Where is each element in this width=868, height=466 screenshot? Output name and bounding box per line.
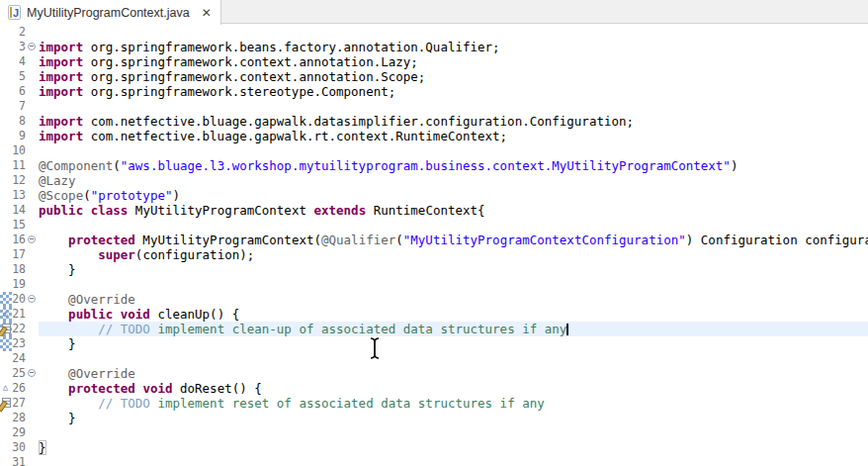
code-text[interactable]: } <box>39 262 868 277</box>
code-line[interactable]: 8import com.netfective.bluage.gapwalk.da… <box>0 114 868 129</box>
code-line[interactable]: 20 @Override <box>0 292 868 307</box>
code-text[interactable]: } <box>39 411 868 425</box>
override-indicator-icon[interactable]: △ <box>0 308 11 319</box>
code-line[interactable]: 19 <box>0 277 868 292</box>
code-line[interactable]: △21 public void cleanUp() { <box>0 307 868 322</box>
annotation-ruler-cell <box>0 262 12 277</box>
annotation-ruler-cell <box>0 54 12 69</box>
close-icon[interactable]: ✕ <box>202 7 212 19</box>
code-line[interactable]: 15 <box>0 218 868 233</box>
editor-tab-bar: J MyUtilityProgramContext.java ✕ <box>0 0 868 24</box>
code-line[interactable]: 17 super(configuration); <box>0 247 868 262</box>
code-line[interactable]: 27 // TODO implement reset of associated… <box>0 396 868 411</box>
code-text[interactable] <box>39 425 868 440</box>
code-text[interactable] <box>39 455 868 466</box>
code-text[interactable]: import org.springframework.beans.factory… <box>39 40 868 54</box>
code-line[interactable]: 9import com.netfective.bluage.gapwalk.rt… <box>0 129 868 143</box>
code-text[interactable]: public void cleanUp() { <box>39 307 868 322</box>
code-editor[interactable]: 23import org.springframework.beans.facto… <box>0 25 868 466</box>
code-line[interactable]: 31 <box>0 455 868 466</box>
code-text[interactable]: @Component("aws.bluage.l3.workshop.mytui… <box>39 158 868 173</box>
collapse-icon[interactable] <box>28 369 36 377</box>
code-text[interactable]: super(configuration); <box>39 247 868 262</box>
fold-ruler-cell <box>26 114 39 129</box>
code-token <box>39 396 98 411</box>
code-line[interactable]: 12@Lazy <box>0 173 868 188</box>
code-text[interactable] <box>39 218 868 233</box>
code-text[interactable]: } <box>39 440 868 455</box>
java-file-icon-letter: J <box>13 7 19 20</box>
annotation-ruler-cell <box>0 322 12 336</box>
code-line[interactable]: 2 <box>0 25 868 40</box>
code-line[interactable]: 28 } <box>0 411 868 425</box>
code-text[interactable]: protected MyUtilityProgramContext(@Quali… <box>39 233 868 247</box>
annotation-ruler-cell <box>0 396 12 411</box>
code-line[interactable]: △26 protected void doReset() { <box>0 381 868 396</box>
code-line[interactable]: 16 protected MyUtilityProgramContext(@Qu… <box>0 233 868 247</box>
code-line[interactable]: 30} <box>0 440 868 455</box>
code-token: com.netfective.bluage.gapwalk.rt.context… <box>83 129 507 143</box>
code-text[interactable]: // TODO implement clean-up of associated… <box>39 322 868 336</box>
code-line[interactable]: 22 // TODO implement clean-up of associa… <box>0 322 868 336</box>
code-line[interactable]: 18 } <box>0 262 868 277</box>
code-token: public <box>68 307 113 322</box>
code-line[interactable]: 29 <box>0 425 868 440</box>
code-token: org.springframework.beans.factory.annota… <box>83 40 499 54</box>
code-line[interactable]: 23 } <box>0 336 868 351</box>
code-line[interactable]: 3import org.springframework.beans.factor… <box>0 40 868 54</box>
code-text[interactable]: import com.netfective.bluage.gapwalk.rt.… <box>39 129 868 143</box>
annotation-ruler-cell <box>0 158 12 173</box>
code-text[interactable]: @Lazy <box>39 173 868 188</box>
collapse-icon[interactable] <box>28 295 36 303</box>
code-line[interactable]: 25 @Override <box>0 366 868 381</box>
code-line[interactable]: 24 <box>0 351 868 366</box>
code-line[interactable]: 11@Component("aws.bluage.l3.workshop.myt… <box>0 158 868 173</box>
code-line[interactable]: 5import org.springframework.context.anno… <box>0 69 868 84</box>
code-line[interactable]: 13@Scope("prototype") <box>0 188 868 203</box>
code-line[interactable]: 4import org.springframework.context.anno… <box>0 54 868 69</box>
code-text[interactable]: import org.springframework.context.annot… <box>39 69 868 84</box>
fold-ruler-cell <box>26 129 39 143</box>
code-text[interactable]: protected void doReset() { <box>39 381 868 396</box>
collapse-icon[interactable] <box>28 235 36 243</box>
fold-ruler-cell <box>26 218 39 233</box>
todo-task-icon[interactable] <box>2 324 11 333</box>
code-token: void <box>142 381 172 396</box>
collapse-icon[interactable] <box>28 43 36 50</box>
code-text[interactable]: @Override <box>39 366 868 381</box>
code-token: @Lazy <box>39 173 76 188</box>
tab-myutilityprogramcontext-java[interactable]: J MyUtilityProgramContext.java ✕ <box>0 0 221 25</box>
code-token: implement clean-up of associated data st… <box>150 322 566 336</box>
code-text[interactable]: import org.springframework.stereotype.Co… <box>39 84 868 99</box>
fold-ruler-cell <box>26 440 39 455</box>
code-text[interactable] <box>39 277 868 292</box>
code-token: RuntimeContext{ <box>366 203 484 218</box>
code-text[interactable]: import com.netfective.bluage.gapwalk.dat… <box>39 114 868 129</box>
code-line[interactable]: 14public class MyUtilityProgramContext e… <box>0 203 868 218</box>
code-text[interactable] <box>39 25 868 40</box>
code-text[interactable] <box>39 99 868 114</box>
code-text[interactable]: // TODO implement reset of associated da… <box>39 396 868 411</box>
code-text[interactable]: @Scope("prototype") <box>39 188 868 203</box>
code-line[interactable]: 7 <box>0 99 868 114</box>
code-line[interactable]: 10 <box>0 143 868 158</box>
code-token: "aws.bluage.l3.workshop.mytuilityprogram… <box>121 158 731 173</box>
line-number: 15 <box>12 218 26 233</box>
code-text[interactable]: @Override <box>39 292 868 307</box>
todo-task-icon[interactable] <box>2 398 11 408</box>
annotation-ruler-cell <box>0 411 12 425</box>
code-text[interactable] <box>39 351 868 366</box>
code-token: import <box>39 114 83 129</box>
override-indicator-icon[interactable]: △ <box>0 382 11 393</box>
code-text[interactable] <box>39 143 868 158</box>
code-text[interactable]: public class MyUtilityProgramContext ext… <box>39 203 868 218</box>
code-token: protected <box>68 381 135 396</box>
line-number: 30 <box>12 440 26 455</box>
code-token: import <box>39 40 83 54</box>
code-line[interactable]: 6import org.springframework.stereotype.C… <box>0 84 868 99</box>
line-number: 31 <box>12 455 26 466</box>
code-text[interactable]: } <box>39 336 868 351</box>
code-text[interactable]: import org.springframework.context.annot… <box>39 54 868 69</box>
code-token: "prototype" <box>91 188 173 203</box>
line-number: 8 <box>12 114 26 129</box>
